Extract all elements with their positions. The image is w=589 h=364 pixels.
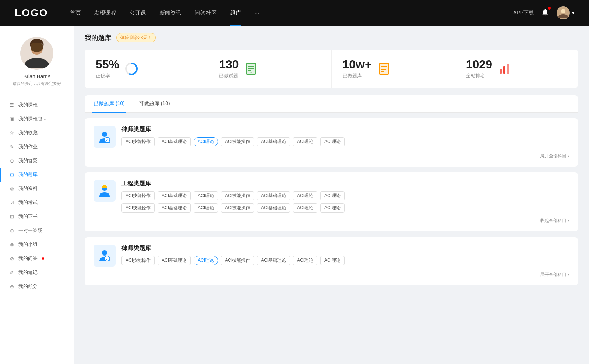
sidebar-item-5[interactable]: ⊟ 我的题库 — [0, 168, 74, 182]
tag[interactable]: ACI基础理论 — [158, 191, 191, 200]
question-icon: ⊙ — [9, 158, 15, 164]
main-layout: Brian Harris 错误的决定比没有决定要好 ☰ 我的课程 ▣ 我的课程包… — [0, 26, 589, 364]
sidebar-item-3[interactable]: ✎ 我的作业 — [0, 140, 74, 154]
tag[interactable]: ACI技能操作 — [121, 256, 155, 265]
qbank-name: 律师类题库 — [121, 126, 569, 133]
nav-link-首页[interactable]: 首页 — [70, 8, 81, 18]
tag[interactable]: ACI基础理论 — [158, 203, 191, 213]
sidebar-item-6[interactable]: ◎ 我的资料 — [0, 182, 74, 196]
tag[interactable]: ACI技能操作 — [221, 256, 254, 265]
sidebar: Brian Harris 错误的决定比没有决定要好 ☰ 我的课程 ▣ 我的课程包… — [0, 26, 74, 364]
nav-link-发现课程[interactable]: 发现课程 — [94, 8, 116, 18]
qbank-card-0: ✓ 律师类题库 ACI技能操作ACI基础理论ACI理论ACI技能操作ACI基础理… — [85, 118, 578, 167]
user-avatar-menu[interactable]: ▾ — [557, 6, 574, 19]
qbank-card-2: ✓ 律师类题库 ACI技能操作ACI基础理论ACI理论ACI技能操作ACI基础理… — [85, 237, 578, 285]
tag[interactable]: ACI技能操作 — [221, 203, 254, 213]
sidebar-item-label: 我的题库 — [18, 171, 38, 178]
tag[interactable]: ACI基础理论 — [158, 256, 191, 265]
qbank-name: 律师类题库 — [121, 245, 569, 252]
tag[interactable]: ACI基础理论 — [257, 191, 290, 200]
tab-0[interactable]: 已做题库 (10) — [92, 95, 126, 112]
sidebar-item-9[interactable]: ⊕ 一对一答疑 — [0, 224, 74, 238]
sidebar-item-label: 我的小组 — [18, 241, 38, 248]
doc-green-icon: ≡ — [244, 62, 258, 76]
sidebar-item-2[interactable]: ☆ 我的收藏 — [0, 126, 74, 140]
expand-link[interactable]: 收起全部科目 › — [540, 218, 569, 224]
tag[interactable]: ACI理论 — [194, 137, 218, 146]
nav-link-问答社区[interactable]: 问答社区 — [195, 8, 217, 18]
sidebar-profile: Brian Harris 错误的决定比没有决定要好 — [0, 33, 74, 94]
expand-link[interactable]: 展开全部科目 › — [540, 153, 569, 159]
stat-value-2: 10w+ — [343, 58, 372, 70]
nav-link-题库[interactable]: 题库 — [230, 8, 241, 18]
tab-1[interactable]: 可做题库 (10) — [137, 95, 172, 112]
file-icon: ☰ — [9, 102, 15, 108]
qbank-header: ✓ 律师类题库 ACI技能操作ACI基础理论ACI理论ACI技能操作ACI基础理… — [94, 126, 569, 148]
svg-point-23 — [102, 132, 107, 137]
tag[interactable]: ACI技能操作 — [221, 191, 254, 200]
svg-rect-28 — [103, 185, 106, 186]
tag[interactable]: ACI理论 — [194, 191, 218, 200]
page-header: 我的题库 体验剩余23天！ — [85, 33, 578, 42]
user-icon: ◎ — [9, 186, 15, 192]
sidebar-item-12[interactable]: ✐ 我的笔记 — [0, 265, 74, 279]
sidebar-item-label: 一对一答疑 — [18, 227, 42, 234]
nav-link-公开课[interactable]: 公开课 — [130, 8, 146, 18]
avatar — [20, 37, 53, 70]
tag[interactable]: ACI技能操作 — [121, 203, 155, 213]
logo[interactable]: LOGO — [15, 7, 48, 19]
tag[interactable]: ACI基础理论 — [257, 256, 290, 265]
tag[interactable]: ACI理论 — [293, 137, 317, 146]
sidebar-item-4[interactable]: ⊙ 我的答疑 — [0, 154, 74, 168]
doc-orange-icon — [377, 62, 391, 76]
unread-badge — [42, 257, 44, 260]
stat-value-0: 55% — [96, 58, 119, 70]
tag[interactable]: ACI理论 — [194, 256, 218, 265]
star-icon: ☆ — [9, 130, 15, 136]
svg-text:≡: ≡ — [250, 71, 252, 74]
sidebar-item-1[interactable]: ▣ 我的课程包... — [0, 112, 74, 126]
tag[interactable]: ACI理论 — [293, 191, 317, 200]
tag[interactable]: ACI理论 — [293, 256, 317, 265]
qbank-tags-row2: ACI技能操作ACI基础理论ACI理论ACI技能操作ACI基础理论ACI理论AC… — [121, 203, 569, 213]
sidebar-item-0[interactable]: ☰ 我的课程 — [0, 98, 74, 112]
tag[interactable]: ACI理论 — [320, 137, 345, 146]
notification-icon[interactable] — [541, 8, 549, 18]
sidebar-item-label: 我的积分 — [18, 283, 38, 290]
expand-link[interactable]: 展开全部科目 › — [540, 272, 569, 278]
tag[interactable]: ACI基础理论 — [257, 137, 290, 146]
tag[interactable]: ACI基础理论 — [158, 137, 191, 146]
tag[interactable]: ACI技能操作 — [121, 191, 155, 200]
nav-link-新闻资讯[interactable]: 新闻资讯 — [159, 8, 181, 18]
qbank-list: ✓ 律师类题库 ACI技能操作ACI基础理论ACI理论ACI技能操作ACI基础理… — [85, 118, 578, 285]
qbank-header: ✓ 律师类题库 ACI技能操作ACI基础理论ACI理论ACI技能操作ACI基础理… — [94, 245, 569, 267]
sidebar-menu: ☰ 我的课程 ▣ 我的课程包... ☆ 我的收藏 ✎ 我的作业 ⊙ 我的答疑 ⊟… — [0, 98, 74, 293]
stat-item-0: 55% 正确率 — [85, 50, 208, 88]
sidebar-item-11[interactable]: ⊘ 我的问答 — [0, 251, 74, 265]
tag[interactable]: ACI技能操作 — [221, 137, 254, 146]
sidebar-item-10[interactable]: ⊗ 我的小组 — [0, 238, 74, 251]
svg-rect-27 — [102, 186, 107, 188]
tag[interactable]: ACI基础理论 — [257, 203, 290, 213]
sidebar-item-label: 我的考试 — [18, 199, 38, 206]
tag[interactable]: ACI理论 — [293, 203, 317, 213]
points-icon: ⊛ — [9, 283, 15, 289]
sidebar-item-13[interactable]: ⊛ 我的积分 — [0, 279, 74, 293]
sidebar-item-7[interactable]: ☑ 我的考试 — [0, 196, 74, 210]
app-download[interactable]: APP下载 — [513, 10, 534, 16]
qbank-tags-row1: ACI技能操作ACI基础理论ACI理论ACI技能操作ACI基础理论ACI理论AC… — [121, 191, 569, 200]
tag[interactable]: ACI理论 — [320, 191, 345, 200]
lawyer-icon: ✓ — [97, 129, 112, 144]
sidebar-item-label: 我的课程 — [18, 101, 38, 108]
tag[interactable]: ACI理论 — [194, 203, 218, 213]
tag[interactable]: ACI理论 — [320, 203, 345, 213]
tag[interactable]: ACI理论 — [320, 256, 345, 265]
tag[interactable]: ACI技能操作 — [121, 137, 155, 146]
group-icon: ⊗ — [9, 242, 15, 247]
sidebar-item-8[interactable]: ⊞ 我的证书 — [0, 210, 74, 224]
page-title: 我的题库 — [85, 33, 111, 42]
nav-link-···[interactable]: ··· — [254, 8, 259, 18]
qbank-card-1: 工程类题库 ACI技能操作ACI基础理论ACI理论ACI技能操作ACI基础理论A… — [85, 172, 578, 231]
qbank-icon: ✓ — [94, 126, 116, 148]
qbank-tags: ACI技能操作ACI基础理论ACI理论ACI技能操作ACI基础理论ACI理论AC… — [121, 256, 569, 265]
